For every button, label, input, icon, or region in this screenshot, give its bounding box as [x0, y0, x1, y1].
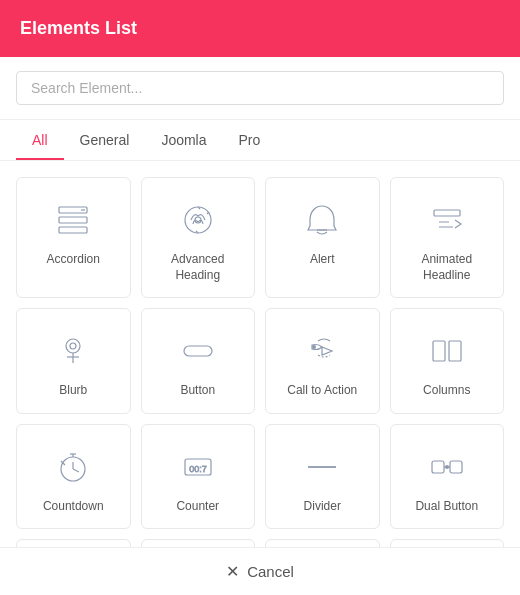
page-title: Elements List [20, 18, 137, 38]
accordion-label: Accordion [47, 252, 100, 268]
svg-rect-15 [184, 346, 212, 356]
element-countdown[interactable]: Countdown [16, 424, 131, 530]
cancel-label: Cancel [247, 563, 294, 580]
tab-pro[interactable]: Pro [223, 120, 277, 160]
svg-rect-1 [59, 217, 87, 223]
svg-rect-2 [59, 227, 87, 233]
element-google-map[interactable]: Google Map [390, 539, 505, 547]
svg-point-16 [312, 345, 316, 349]
button-icon [176, 329, 220, 373]
element-call-to-action[interactable]: Call to Action [265, 308, 380, 414]
svg-point-12 [70, 343, 76, 349]
button-label: Button [180, 383, 215, 399]
call-to-action-label: Call to Action [287, 383, 357, 399]
header: Elements List [0, 0, 520, 57]
tabs-bar: All General Joomla Pro [0, 120, 520, 161]
element-accordion[interactable]: Accordion [16, 177, 131, 298]
counter-icon: 00:7 [176, 445, 220, 489]
element-form[interactable]: Form [141, 539, 256, 547]
cancel-x-icon: ✕ [226, 562, 239, 581]
accordion-icon [51, 198, 95, 242]
divider-icon [300, 445, 344, 489]
blurb-label: Blurb [59, 383, 87, 399]
svg-rect-28 [450, 461, 462, 473]
svg-point-4 [185, 207, 211, 233]
element-counter[interactable]: 00:7 Counter [141, 424, 256, 530]
cancel-button[interactable]: ✕ Cancel [226, 562, 294, 581]
tab-joomla[interactable]: Joomla [145, 120, 222, 160]
element-divider[interactable]: Divider [265, 424, 380, 530]
countdown-icon [51, 445, 95, 489]
search-input[interactable] [16, 71, 504, 105]
element-columns[interactable]: Columns [390, 308, 505, 414]
svg-rect-27 [432, 461, 444, 473]
svg-rect-17 [433, 341, 445, 361]
svg-text:00:7: 00:7 [189, 464, 207, 474]
counter-label: Counter [176, 499, 219, 515]
svg-rect-18 [449, 341, 461, 361]
animated-headline-label: Animated Headline [401, 252, 494, 283]
svg-point-30 [445, 465, 449, 469]
advanced-heading-icon [176, 198, 220, 242]
svg-rect-10 [434, 210, 460, 216]
columns-label: Columns [423, 383, 470, 399]
advanced-heading-label: Advanced Heading [152, 252, 245, 283]
countdown-label: Countdown [43, 499, 104, 515]
call-to-action-icon [300, 329, 344, 373]
tab-all[interactable]: All [16, 120, 64, 160]
search-bar [0, 57, 520, 120]
dual-button-label: Dual Button [415, 499, 478, 515]
cancel-bar: ✕ Cancel [0, 547, 520, 595]
alert-label: Alert [310, 252, 335, 268]
tab-general[interactable]: General [64, 120, 146, 160]
element-dual-button[interactable]: Dual Button [390, 424, 505, 530]
dual-button-icon [425, 445, 469, 489]
svg-point-11 [66, 339, 80, 353]
element-advanced-heading[interactable]: Advanced Heading [141, 177, 256, 298]
alert-icon [300, 198, 344, 242]
element-button[interactable]: Button [141, 308, 256, 414]
divider-label: Divider [304, 499, 341, 515]
element-blurb[interactable]: Blurb [16, 308, 131, 414]
svg-line-23 [73, 469, 79, 472]
blurb-icon [51, 329, 95, 373]
element-alert[interactable]: Alert [265, 177, 380, 298]
animated-headline-icon [425, 198, 469, 242]
element-flip-box[interactable]: Flip Box [16, 539, 131, 547]
elements-grid: Accordion Advanced Heading [16, 177, 504, 547]
element-animated-headline[interactable]: Animated Headline [390, 177, 505, 298]
columns-icon [425, 329, 469, 373]
elements-container: Accordion Advanced Heading [0, 161, 520, 547]
element-gallery[interactable]: Gallery [265, 539, 380, 547]
